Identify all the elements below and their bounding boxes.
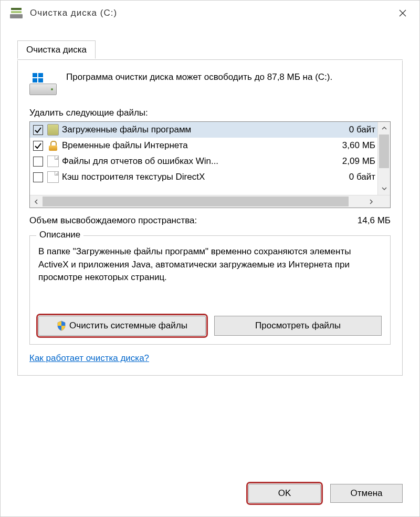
view-files-button[interactable]: Просмотреть файлы — [214, 316, 382, 336]
item-name: Временные файлы Интернета — [62, 140, 338, 151]
close-icon — [398, 9, 407, 17]
titlebar: Очистка диска (C:) — [1, 1, 419, 26]
item-size: 0 байт — [349, 172, 375, 182]
scroll-left-icon[interactable] — [30, 195, 43, 208]
item-size: 0 байт — [349, 125, 375, 135]
description-text: В папке "Загруженные файлы программ" вре… — [38, 245, 382, 284]
item-name: Кэш построителя текстуры DirectX — [62, 172, 345, 182]
item-size: 3,60 МБ — [342, 140, 375, 151]
checkbox[interactable] — [33, 172, 43, 182]
list-label: Удалить следующие файлы: — [29, 108, 391, 118]
checkbox[interactable] — [33, 125, 43, 135]
vertical-scrollbar[interactable] — [377, 122, 390, 195]
scroll-thumb[interactable] — [379, 135, 389, 168]
scroll-right-icon[interactable] — [365, 195, 377, 208]
ok-button[interactable]: OK — [248, 484, 321, 503]
item-name: Загруженные файлы программ — [62, 125, 345, 135]
file-icon — [47, 171, 59, 183]
list-item[interactable]: Временные файлы Интернета3,60 МБ — [30, 138, 377, 153]
disk-cleanup-window: Очистка диска (C:) Очистка диска Програм… — [0, 0, 420, 517]
description-group: Описание В папке "Загруженные файлы прог… — [29, 235, 391, 345]
scroll-up-icon[interactable] — [378, 122, 390, 135]
total-label: Объем высвобождаемого пространства: — [29, 215, 197, 226]
clean-system-files-button[interactable]: Очистить системные файлы — [38, 316, 206, 336]
footer-buttons: OK Отмена — [248, 484, 403, 503]
tab-cleanup[interactable]: Очистка диска — [17, 40, 96, 59]
item-name: Файлы для отчетов об ошибках Win... — [62, 156, 338, 167]
cancel-button[interactable]: Отмена — [330, 484, 403, 503]
file-list: Загруженные файлы программ0 байтВременны… — [29, 121, 391, 208]
file-icon — [47, 156, 59, 167]
list-item[interactable]: Кэш построителя текстуры DirectX0 байт — [30, 169, 377, 185]
checkbox[interactable] — [33, 157, 43, 167]
lock-icon — [47, 140, 59, 151]
tab-body: Программа очистки диска может освободить… — [17, 60, 403, 376]
total-value: 14,6 МБ — [358, 215, 391, 226]
tab-header: Очистка диска — [17, 40, 403, 60]
close-button[interactable] — [388, 3, 417, 24]
window-title: Очистка диска (C:) — [30, 8, 388, 18]
folder-icon — [47, 124, 59, 136]
list-item[interactable]: Файлы для отчетов об ошибках Win...2,09 … — [30, 153, 377, 169]
horizontal-scrollbar[interactable] — [30, 195, 390, 208]
disk-icon — [29, 73, 57, 95]
checkbox[interactable] — [33, 141, 43, 151]
shield-icon — [57, 320, 66, 331]
how-it-works-link[interactable]: Как работает очистка диска? — [29, 353, 149, 363]
scroll-down-icon[interactable] — [378, 182, 390, 195]
description-title: Описание — [36, 230, 83, 240]
info-text: Программа очистки диска может освободить… — [66, 71, 332, 84]
scroll-thumb-h[interactable] — [43, 197, 349, 206]
app-icon — [10, 7, 23, 19]
list-item[interactable]: Загруженные файлы программ0 байт — [30, 122, 377, 138]
item-size: 2,09 МБ — [342, 156, 375, 167]
